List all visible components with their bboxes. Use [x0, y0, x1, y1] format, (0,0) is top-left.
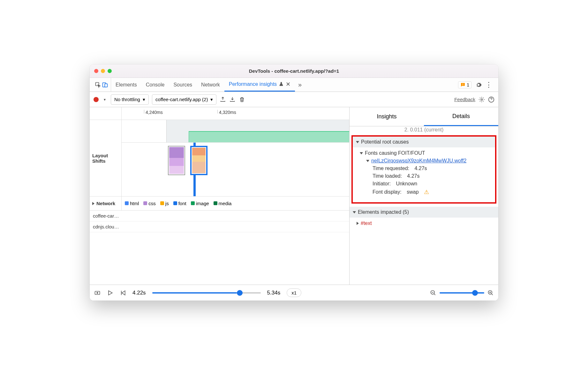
warning-count: 1: [467, 82, 469, 87]
throttling-select[interactable]: No throttling ▾: [111, 94, 149, 105]
zoom-out-icon[interactable]: [430, 290, 436, 296]
kebab-menu-icon[interactable]: ⋮: [486, 82, 492, 88]
window-controls: [94, 69, 112, 73]
track-label-layout: Layout Shifts: [90, 120, 122, 196]
font-file-link[interactable]: neILzCirqoswsqX9zoKmM4MwWJU.woff2: [371, 158, 466, 164]
settings-icon[interactable]: [475, 82, 482, 88]
skip-back-icon[interactable]: [120, 290, 126, 296]
legend-item: image: [191, 201, 209, 206]
titlebar: DevTools - coffee-cart.netlify.app/?ad=1: [90, 64, 498, 78]
tab-sources[interactable]: Sources: [169, 78, 197, 92]
layout-shift-thumb-selected[interactable]: [190, 146, 207, 175]
time-start: 4.22s: [132, 290, 146, 296]
flask-icon: [279, 82, 284, 87]
disclosure-icon: [353, 211, 356, 213]
tab-details[interactable]: Details: [424, 107, 498, 126]
time-slider[interactable]: [152, 292, 261, 294]
disclosure-icon: [356, 141, 359, 143]
layout-shifts-body[interactable]: [122, 120, 349, 196]
devtools-window: DevTools - coffee-cart.netlify.app/?ad=1…: [90, 64, 498, 301]
layout-shift-thumb[interactable]: [168, 146, 185, 175]
record-button[interactable]: [94, 97, 99, 102]
maximize-window-button[interactable]: [108, 69, 112, 73]
tab-console[interactable]: Console: [141, 78, 169, 92]
network-legend: html css js font image media: [122, 197, 349, 210]
expand-icon[interactable]: [92, 202, 94, 205]
panel-settings-icon[interactable]: [479, 96, 485, 103]
disclosure-icon: [360, 152, 363, 154]
track-label-network: Network: [90, 197, 122, 210]
warning-icon: [460, 82, 465, 87]
font-detail-row: Initiator: Unknown: [360, 180, 492, 188]
svg-rect-2: [105, 84, 107, 87]
inspect-icon[interactable]: [95, 82, 101, 88]
fonts-tree-node[interactable]: Fonts causing FOIT/FOUT: [360, 149, 492, 157]
font-detail-row: Time loaded: 4.27s: [360, 172, 492, 180]
cutoff-text: 2. 0.011 (current): [350, 126, 498, 135]
font-detail-row: Time requested: 4.27s: [360, 165, 492, 172]
tab-network[interactable]: Network: [197, 78, 224, 92]
legend-item: js: [160, 201, 169, 206]
element-tree-node[interactable]: #text: [357, 220, 495, 227]
details-tabs: Insights Details: [350, 107, 498, 126]
font-file-node[interactable]: neILzCirqoswsqX9zoKmM4MwWJU.woff2: [360, 157, 492, 165]
root-causes-highlight: Potential root causes Fonts causing FOIT…: [351, 135, 496, 204]
device-toggle-icon[interactable]: [102, 82, 108, 88]
main-area: 4,240ms 4,320ms Layout Shifts: [90, 107, 498, 285]
playback-footer: 4.22s 5.34s x1: [90, 285, 498, 301]
import-icon[interactable]: [229, 96, 236, 103]
svg-point-8: [97, 292, 98, 293]
root-causes-header[interactable]: Potential root causes: [353, 137, 495, 147]
legend-item: css: [143, 201, 156, 206]
ruler-tick: 4,240ms: [144, 110, 163, 114]
svg-rect-4: [463, 85, 463, 85]
warning-icon: ⚠: [424, 189, 429, 196]
chevron-down-icon: ▾: [210, 97, 213, 102]
preview-icon[interactable]: [94, 290, 101, 296]
close-window-button[interactable]: [94, 69, 98, 73]
close-tab-icon[interactable]: ✕: [286, 81, 290, 88]
ruler-tick: 4,320ms: [217, 110, 236, 114]
network-request-item[interactable]: cdnjs.clou…: [90, 221, 349, 232]
layout-shifts-track: Layout Shifts: [90, 120, 349, 197]
time-ruler: 4,240ms 4,320ms: [90, 107, 349, 120]
record-dropdown-icon[interactable]: ▾: [102, 97, 108, 102]
target-select[interactable]: coffee-cart.netlify.app (2) ▾: [152, 94, 217, 105]
tab-insights[interactable]: Insights: [350, 107, 424, 126]
details-panel: Insights Details 2. 0.011 (current) Pote…: [350, 107, 498, 285]
disclosure-icon: [366, 160, 369, 162]
time-end: 5.34s: [267, 290, 281, 296]
font-detail-row: Font display: swap ⚠: [360, 188, 492, 197]
tab-performance-insights[interactable]: Performance insights ✕: [224, 78, 295, 92]
panel-tabs: Elements Console Sources Network Perform…: [90, 78, 498, 92]
disclosure-icon: [357, 222, 359, 225]
svg-point-5: [481, 99, 483, 100]
chevron-down-icon: ▾: [143, 97, 145, 102]
legend-item: html: [125, 201, 139, 206]
zoom-in-icon[interactable]: [487, 290, 494, 296]
speed-chip[interactable]: x1: [287, 288, 301, 297]
network-track: Network html css js font image media: [90, 197, 349, 211]
play-icon[interactable]: [107, 290, 113, 296]
tab-elements[interactable]: Elements: [111, 78, 141, 92]
network-request-item[interactable]: coffee-car…: [90, 211, 349, 221]
zoom-slider[interactable]: [440, 292, 484, 294]
details-content: 2. 0.011 (current) Potential root causes…: [350, 126, 498, 285]
svg-rect-3: [463, 84, 463, 85]
insights-toolbar: ▾ No throttling ▾ coffee-cart.netlify.ap…: [90, 92, 498, 107]
window-title: DevTools - coffee-cart.netlify.app/?ad=1: [90, 68, 498, 74]
delete-icon[interactable]: [239, 96, 245, 103]
minimize-window-button[interactable]: [101, 69, 105, 73]
legend-item: font: [173, 201, 186, 206]
elements-impacted-header[interactable]: Elements impacted (5): [350, 207, 498, 218]
more-tabs-icon[interactable]: »: [295, 78, 305, 92]
legend-item: media: [214, 201, 232, 206]
warnings-badge[interactable]: 1: [458, 81, 471, 88]
timeline-panel: 4,240ms 4,320ms Layout Shifts: [90, 107, 350, 285]
export-icon[interactable]: [220, 96, 226, 103]
network-request-list: coffee-car… cdnjs.clou…: [90, 211, 349, 232]
help-icon[interactable]: [488, 96, 494, 103]
feedback-link[interactable]: Feedback: [454, 97, 475, 102]
